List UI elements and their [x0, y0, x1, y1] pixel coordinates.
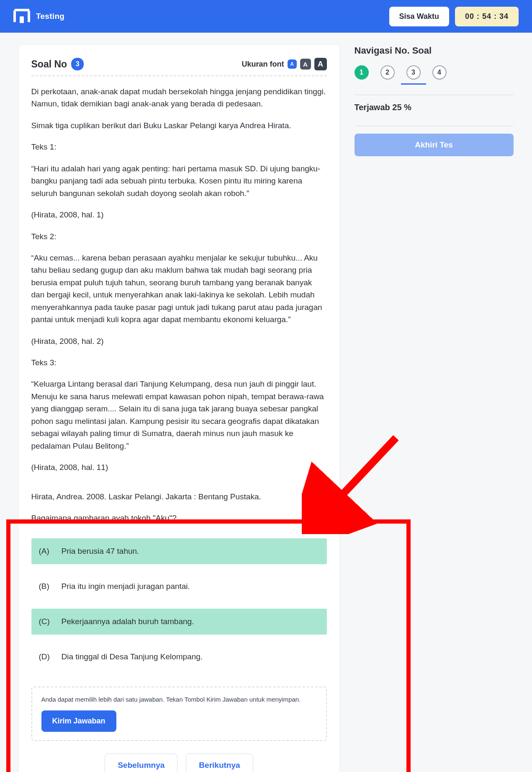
excerpt-citation: (Hirata, 2008, hal. 11): [31, 461, 327, 473]
answered-progress: Terjawab 25 %: [355, 103, 514, 112]
font-size-medium-button[interactable]: A: [300, 59, 311, 70]
answer-letter: (D): [39, 652, 52, 661]
answer-option-b[interactable]: (B)Pria itu ingin menjadi juragan pantai…: [31, 573, 327, 599]
nav-buttons: Sebelumnya Berikutnya: [31, 754, 327, 772]
question-number-badge: 3: [71, 58, 84, 70]
answer-text: Pria itu ingin menjadi juragan pantai.: [62, 582, 190, 591]
question-body: Di perkotaan, anak-anak dapat mudah bers…: [31, 85, 327, 524]
excerpt-label: Teks 2:: [31, 230, 327, 243]
answer-letter: (A): [39, 547, 52, 556]
app-logo-icon: [13, 8, 30, 25]
question-card: Soal No 3 Ukuran font A A A Di perkotaan…: [19, 45, 339, 772]
timer-group: Sisa Waktu 00 : 54 : 34: [389, 7, 519, 26]
question-paragraph: Simak tiga cuplikan berikut dari Buku La…: [31, 119, 327, 132]
question-nav-1[interactable]: 1: [355, 65, 369, 80]
reference-text: Hirata, Andrea. 2008. Laskar Pelangi. Ja…: [31, 491, 327, 503]
end-test-button[interactable]: Akhiri Tes: [355, 134, 514, 156]
app-title: Testing: [36, 12, 64, 21]
brand: Testing: [13, 8, 64, 25]
excerpt-label: Teks 3:: [31, 356, 327, 369]
divider: [355, 95, 514, 95]
answer-option-c[interactable]: (C)Pekerjaannya adalah buruh tambang.: [31, 609, 327, 635]
excerpt-text: “Aku cemas... karena beban perasaan ayah…: [31, 252, 327, 326]
excerpt-citation: (Hirata, 2008, hal. 1): [31, 209, 327, 221]
question-number: Soal No 3: [31, 58, 84, 70]
question-paragraph: Di perkotaan, anak-anak dapat mudah bers…: [31, 85, 327, 110]
font-size-large-button[interactable]: A: [314, 58, 327, 70]
question-nav-4[interactable]: 4: [432, 65, 447, 80]
previous-button[interactable]: Sebelumnya: [105, 754, 177, 772]
answer-letter: (C): [39, 617, 52, 626]
sidebar: Navigasi No. Soal 1234 Terjawab 25 % Akh…: [355, 45, 514, 772]
answer-text: Dia tinggal di Desa Tanjung Kelompang.: [62, 652, 203, 661]
divider: [355, 126, 514, 126]
question-number-label: Soal No: [31, 59, 67, 70]
submit-note-text: Anda dapat memilih lebih dari satu jawab…: [41, 696, 317, 703]
top-bar: Testing Sisa Waktu 00 : 54 : 34: [0, 0, 532, 33]
submit-note-box: Anda dapat memilih lebih dari satu jawab…: [31, 687, 327, 741]
sidebar-title: Navigasi No. Soal: [355, 45, 514, 56]
excerpt-citation: (Hirata, 2008, hal. 2): [31, 335, 327, 347]
answers-container: (A)Pria berusia 47 tahun.(B)Pria itu ing…: [31, 538, 327, 670]
excerpt-text: “Hari itu adalah hari yang agak penting:…: [31, 163, 327, 199]
answer-option-d[interactable]: (D)Dia tinggal di Desa Tanjung Kelompang…: [31, 644, 327, 670]
next-button[interactable]: Berikutnya: [186, 754, 253, 772]
font-size-label: Ukuran font: [242, 60, 284, 69]
remaining-time-value: 00 : 54 : 34: [455, 7, 519, 26]
excerpt-label: Teks 1:: [31, 141, 327, 153]
question-nav-3[interactable]: 3: [406, 65, 421, 80]
question-nav-numbers: 1234: [355, 65, 514, 80]
submit-answer-button[interactable]: Kirim Jawaban: [41, 710, 116, 732]
question-nav-2[interactable]: 2: [380, 65, 395, 80]
question-header: Soal No 3 Ukuran font A A A: [31, 58, 327, 76]
answer-text: Pekerjaannya adalah buruh tambang.: [62, 617, 194, 626]
answer-text: Pria berusia 47 tahun.: [62, 547, 139, 556]
font-size-small-button[interactable]: A: [288, 59, 297, 69]
question-prompt: Bagaimana gambaran ayah tokoh "Aku"?: [31, 512, 327, 524]
answer-letter: (B): [39, 582, 52, 591]
answer-option-a[interactable]: (A)Pria berusia 47 tahun.: [31, 538, 327, 564]
font-size-control: Ukuran font A A A: [242, 58, 327, 70]
excerpt-text: “Keluarga Lintang berasal dari Tanjung K…: [31, 378, 327, 452]
remaining-time-label: Sisa Waktu: [389, 7, 449, 26]
